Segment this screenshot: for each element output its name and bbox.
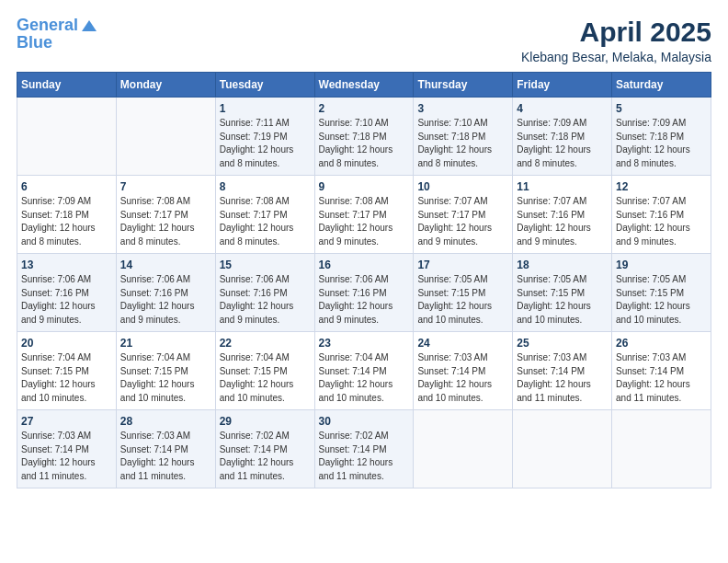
calendar-cell: 11Sunrise: 7:07 AMSunset: 7:16 PMDayligh… (513, 176, 612, 254)
calendar-cell (116, 98, 215, 176)
header-row: Sunday Monday Tuesday Wednesday Thursday… (17, 73, 711, 98)
calendar-cell (414, 410, 513, 488)
day-number: 2 (319, 102, 410, 115)
calendar-week-3: 20Sunrise: 7:04 AMSunset: 7:15 PMDayligh… (17, 332, 711, 410)
header: General Blue April 2025 Klebang Besar, M… (17, 17, 711, 64)
day-info: Sunrise: 7:04 AMSunset: 7:15 PMDaylight:… (220, 352, 294, 403)
day-number: 19 (616, 259, 707, 271)
calendar-cell: 7Sunrise: 7:08 AMSunset: 7:17 PMDaylight… (116, 176, 215, 254)
day-info: Sunrise: 7:06 AMSunset: 7:16 PMDaylight:… (21, 274, 96, 325)
day-info: Sunrise: 7:08 AMSunset: 7:17 PMDaylight:… (319, 196, 393, 247)
day-number: 30 (319, 415, 410, 428)
calendar-cell: 18Sunrise: 7:05 AMSunset: 7:15 PMDayligh… (513, 254, 612, 332)
day-info: Sunrise: 7:05 AMSunset: 7:15 PMDaylight:… (517, 274, 591, 325)
calendar-cell: 9Sunrise: 7:08 AMSunset: 7:17 PMDaylight… (314, 176, 414, 254)
calendar-cell: 5Sunrise: 7:09 AMSunset: 7:18 PMDaylight… (612, 98, 711, 176)
calendar-cell: 16Sunrise: 7:06 AMSunset: 7:16 PMDayligh… (314, 254, 414, 332)
day-info: Sunrise: 7:02 AMSunset: 7:14 PMDaylight:… (220, 431, 294, 481)
day-info: Sunrise: 7:03 AMSunset: 7:14 PMDaylight:… (417, 352, 492, 403)
day-number: 1 (220, 102, 311, 115)
col-friday: Friday (513, 73, 612, 98)
day-number: 15 (220, 259, 311, 271)
calendar-cell: 2Sunrise: 7:10 AMSunset: 7:18 PMDaylight… (314, 98, 414, 176)
calendar-week-2: 13Sunrise: 7:06 AMSunset: 7:16 PMDayligh… (17, 254, 711, 332)
day-number: 16 (319, 259, 410, 271)
day-number: 17 (417, 259, 508, 271)
logo-blue: Blue (17, 33, 98, 52)
day-info: Sunrise: 7:05 AMSunset: 7:15 PMDaylight:… (417, 274, 492, 325)
day-number: 20 (21, 337, 112, 350)
col-saturday: Saturday (612, 73, 711, 98)
day-number: 26 (616, 337, 707, 350)
calendar-cell: 1Sunrise: 7:11 AMSunset: 7:19 PMDaylight… (215, 98, 314, 176)
calendar-cell: 21Sunrise: 7:04 AMSunset: 7:15 PMDayligh… (116, 332, 215, 410)
calendar-week-0: 1Sunrise: 7:11 AMSunset: 7:19 PMDaylight… (17, 98, 711, 176)
main-title: April 2025 (521, 17, 711, 48)
day-number: 25 (517, 337, 608, 350)
day-number: 22 (220, 337, 311, 350)
calendar-cell: 17Sunrise: 7:05 AMSunset: 7:15 PMDayligh… (414, 254, 513, 332)
calendar-cell: 20Sunrise: 7:04 AMSunset: 7:15 PMDayligh… (17, 332, 117, 410)
calendar-cell: 6Sunrise: 7:09 AMSunset: 7:18 PMDaylight… (17, 176, 117, 254)
day-number: 4 (517, 102, 608, 115)
day-info: Sunrise: 7:08 AMSunset: 7:17 PMDaylight:… (120, 196, 195, 247)
day-info: Sunrise: 7:04 AMSunset: 7:15 PMDaylight:… (21, 352, 96, 403)
day-number: 23 (319, 337, 410, 350)
calendar-cell: 25Sunrise: 7:03 AMSunset: 7:14 PMDayligh… (513, 332, 612, 410)
col-monday: Monday (116, 73, 215, 98)
calendar-cell: 14Sunrise: 7:06 AMSunset: 7:16 PMDayligh… (116, 254, 215, 332)
calendar-cell: 27Sunrise: 7:03 AMSunset: 7:14 PMDayligh… (17, 410, 117, 488)
day-info: Sunrise: 7:02 AMSunset: 7:14 PMDaylight:… (319, 431, 393, 481)
day-info: Sunrise: 7:09 AMSunset: 7:18 PMDaylight:… (616, 118, 690, 168)
calendar-cell (17, 98, 117, 176)
day-info: Sunrise: 7:05 AMSunset: 7:15 PMDaylight:… (616, 274, 690, 325)
subtitle: Klebang Besar, Melaka, Malaysia (521, 50, 711, 64)
calendar-cell: 19Sunrise: 7:05 AMSunset: 7:15 PMDayligh… (612, 254, 711, 332)
col-wednesday: Wednesday (314, 73, 414, 98)
calendar-week-4: 27Sunrise: 7:03 AMSunset: 7:14 PMDayligh… (17, 410, 711, 488)
title-block: April 2025 Klebang Besar, Melaka, Malays… (521, 17, 711, 64)
day-info: Sunrise: 7:07 AMSunset: 7:17 PMDaylight:… (417, 196, 492, 247)
day-info: Sunrise: 7:03 AMSunset: 7:14 PMDaylight:… (120, 431, 195, 481)
calendar-cell: 26Sunrise: 7:03 AMSunset: 7:14 PMDayligh… (612, 332, 711, 410)
calendar-week-1: 6Sunrise: 7:09 AMSunset: 7:18 PMDaylight… (17, 176, 711, 254)
calendar-cell: 13Sunrise: 7:06 AMSunset: 7:16 PMDayligh… (17, 254, 117, 332)
day-number: 13 (21, 259, 112, 271)
calendar-cell: 23Sunrise: 7:04 AMSunset: 7:14 PMDayligh… (314, 332, 414, 410)
day-info: Sunrise: 7:10 AMSunset: 7:18 PMDaylight:… (319, 118, 393, 168)
day-number: 12 (616, 180, 707, 193)
day-info: Sunrise: 7:10 AMSunset: 7:18 PMDaylight:… (417, 118, 492, 168)
calendar-cell: 30Sunrise: 7:02 AMSunset: 7:14 PMDayligh… (314, 410, 414, 488)
logo-icon (80, 18, 98, 33)
calendar-cell: 28Sunrise: 7:03 AMSunset: 7:14 PMDayligh… (116, 410, 215, 488)
day-number: 14 (120, 259, 211, 271)
svg-marker-0 (82, 20, 97, 31)
calendar-cell: 12Sunrise: 7:07 AMSunset: 7:16 PMDayligh… (612, 176, 711, 254)
day-info: Sunrise: 7:04 AMSunset: 7:15 PMDaylight:… (120, 352, 195, 403)
day-number: 29 (220, 415, 311, 428)
calendar-cell: 22Sunrise: 7:04 AMSunset: 7:15 PMDayligh… (215, 332, 314, 410)
day-number: 3 (417, 102, 508, 115)
logo: General Blue (17, 17, 98, 52)
day-number: 9 (319, 180, 410, 193)
logo-general: General (17, 16, 78, 34)
day-number: 11 (517, 180, 608, 193)
calendar-cell: 24Sunrise: 7:03 AMSunset: 7:14 PMDayligh… (414, 332, 513, 410)
calendar-cell: 15Sunrise: 7:06 AMSunset: 7:16 PMDayligh… (215, 254, 314, 332)
calendar-cell: 3Sunrise: 7:10 AMSunset: 7:18 PMDaylight… (414, 98, 513, 176)
day-info: Sunrise: 7:03 AMSunset: 7:14 PMDaylight:… (616, 352, 690, 403)
day-info: Sunrise: 7:11 AMSunset: 7:19 PMDaylight:… (220, 118, 294, 168)
day-number: 10 (417, 180, 508, 193)
day-info: Sunrise: 7:08 AMSunset: 7:17 PMDaylight:… (220, 196, 294, 247)
day-number: 7 (120, 180, 211, 193)
col-thursday: Thursday (414, 73, 513, 98)
day-info: Sunrise: 7:06 AMSunset: 7:16 PMDaylight:… (319, 274, 393, 325)
page: General Blue April 2025 Klebang Besar, M… (0, 0, 728, 563)
calendar-cell: 8Sunrise: 7:08 AMSunset: 7:17 PMDaylight… (215, 176, 314, 254)
day-info: Sunrise: 7:07 AMSunset: 7:16 PMDaylight:… (517, 196, 591, 247)
day-number: 8 (220, 180, 311, 193)
day-number: 18 (517, 259, 608, 271)
day-number: 24 (417, 337, 508, 350)
calendar-cell: 29Sunrise: 7:02 AMSunset: 7:14 PMDayligh… (215, 410, 314, 488)
col-tuesday: Tuesday (215, 73, 314, 98)
